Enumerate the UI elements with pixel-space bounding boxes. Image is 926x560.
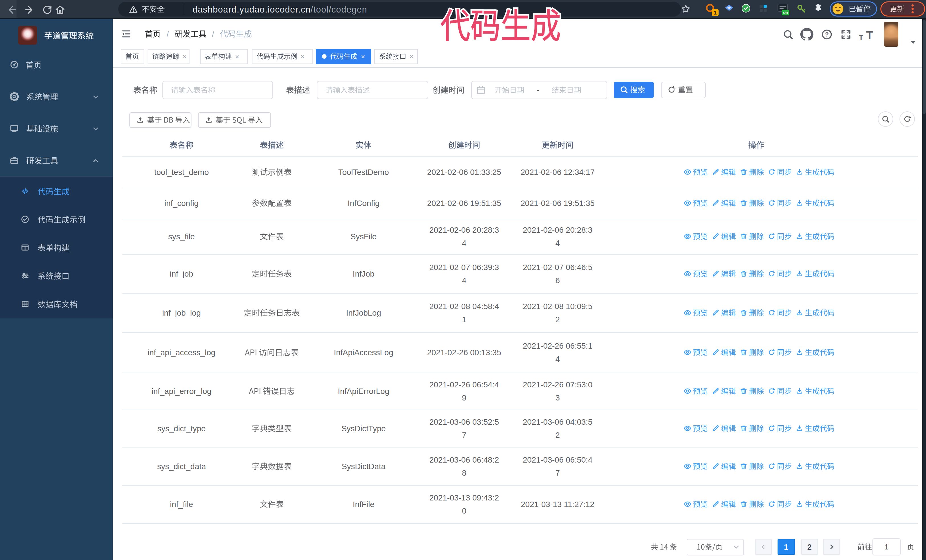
svg-text:?: ? [825, 31, 829, 38]
svg-text:tool_test_demo: tool_test_demo [154, 168, 209, 177]
svg-text:SysDictType: SysDictType [341, 424, 386, 433]
svg-text:SysFile: SysFile [351, 232, 377, 241]
svg-text:2021-03-06 06:48:2: 2021-03-06 06:48:2 [430, 456, 499, 464]
svg-text:2021-03-06 06:50:4: 2021-03-06 06:50:4 [523, 456, 592, 464]
svg-text:4: 4 [462, 276, 466, 285]
svg-text:2021-02-26 06:55:1: 2021-02-26 06:55:1 [523, 341, 592, 350]
svg-text:2: 2 [555, 431, 560, 439]
svg-text:sys_dict_type: sys_dict_type [157, 424, 206, 433]
svg-text:InfApiAccessLog: InfApiAccessLog [334, 348, 393, 357]
svg-text:sys_file: sys_file [168, 232, 195, 241]
svg-text:ToolTestDemo: ToolTestDemo [338, 168, 389, 177]
svg-text:7: 7 [462, 431, 466, 439]
svg-text:2021-02-26 00:13:35: 2021-02-26 00:13:35 [427, 348, 501, 357]
svg-text:2021-03-13 11:27:12: 2021-03-13 11:27:12 [521, 500, 595, 509]
svg-text:2021-02-06 19:51:35: 2021-02-06 19:51:35 [520, 199, 595, 208]
svg-text:2021-03-06 04:03:5: 2021-03-06 04:03:5 [523, 418, 592, 426]
svg-text:6: 6 [555, 276, 560, 285]
svg-text:2021-02-26 07:53:0: 2021-02-26 07:53:0 [523, 380, 592, 389]
svg-text:sys_dict_data: sys_dict_data [157, 462, 206, 471]
svg-text:2021-02-06 19:51:35: 2021-02-06 19:51:35 [427, 199, 501, 208]
svg-text:2021-02-07 06:46:5: 2021-02-07 06:46:5 [523, 263, 592, 272]
svg-text:T: T [859, 33, 863, 41]
svg-text:2021-02-08 10:09:5: 2021-02-08 10:09:5 [523, 302, 592, 311]
svg-text:InfConfig: InfConfig [348, 199, 380, 208]
svg-text:2021-02-26 06:54:4: 2021-02-26 06:54:4 [430, 380, 499, 389]
svg-text:SysDictData: SysDictData [342, 462, 386, 471]
svg-text:2021-02-06 20:28:3: 2021-02-06 20:28:3 [523, 226, 592, 234]
svg-text:4: 4 [462, 239, 466, 248]
svg-text:inf_api_access_log: inf_api_access_log [148, 348, 215, 357]
svg-text:InfFile: InfFile [353, 500, 374, 509]
svg-text:T: T [866, 29, 873, 42]
svg-text:2021-02-08 04:58:4: 2021-02-08 04:58:4 [430, 302, 499, 311]
svg-text:1: 1 [462, 315, 466, 324]
svg-text:InfJobLog: InfJobLog [346, 308, 381, 317]
svg-text:3: 3 [555, 393, 560, 402]
svg-text:/: / [212, 30, 214, 38]
svg-text:4: 4 [555, 239, 560, 248]
svg-text:7: 7 [555, 469, 560, 477]
svg-text:inf_job_log: inf_job_log [162, 308, 201, 317]
svg-text:2021-03-13 09:43:2: 2021-03-13 09:43:2 [430, 494, 499, 502]
svg-text:inf_api_error_log: inf_api_error_log [151, 387, 212, 395]
svg-text:2021-03-06 03:52:5: 2021-03-06 03:52:5 [430, 418, 499, 426]
svg-text:0: 0 [462, 506, 466, 515]
svg-text:inf_job: inf_job [170, 269, 194, 278]
svg-text:2021-02-07 06:39:3: 2021-02-07 06:39:3 [430, 263, 499, 272]
svg-text:inf_file: inf_file [170, 500, 193, 509]
svg-text:/: / [167, 30, 169, 38]
svg-text:inf_config: inf_config [164, 199, 198, 208]
svg-text:2: 2 [555, 315, 560, 324]
svg-text:8: 8 [462, 469, 466, 477]
svg-text:InfApiErrorLog: InfApiErrorLog [338, 387, 389, 395]
svg-text:4: 4 [555, 355, 560, 364]
svg-text:2021-02-06 01:33:25: 2021-02-06 01:33:25 [427, 168, 501, 177]
svg-text:9: 9 [462, 393, 466, 402]
svg-text:2021-02-06 20:28:3: 2021-02-06 20:28:3 [430, 226, 499, 234]
svg-text:2021-02-06 12:34:17: 2021-02-06 12:34:17 [520, 168, 595, 177]
svg-text:InfJob: InfJob [353, 269, 374, 278]
